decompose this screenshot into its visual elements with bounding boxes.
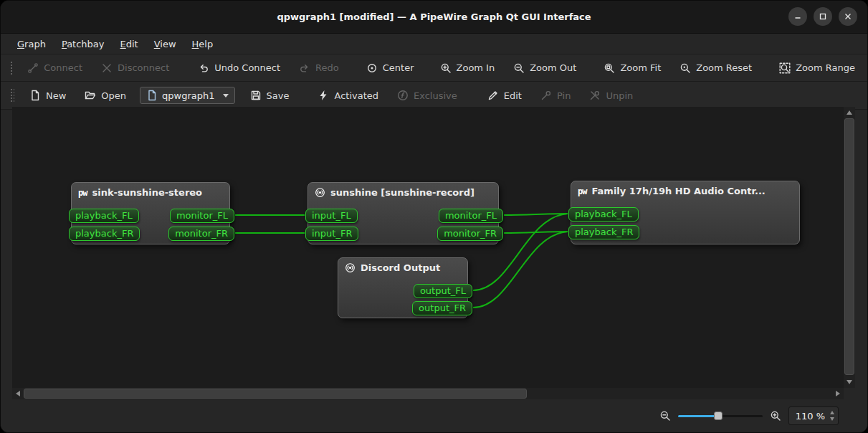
port-output-fr[interactable]: output_FR	[412, 301, 472, 315]
zoom-in-icon[interactable]	[770, 410, 781, 422]
toolbar-drag-handle[interactable]	[10, 88, 14, 103]
port-input-playback-fl[interactable]: playback_FL	[69, 209, 139, 223]
zoom-out-button[interactable]: Zoom Out	[507, 59, 583, 77]
spin-up-arrow[interactable]	[830, 411, 834, 414]
window-title: qpwgraph1 [modified] — A PipeWire Graph …	[277, 11, 591, 22]
record-icon	[315, 187, 325, 198]
zoom-out-label: Zoom Out	[530, 62, 576, 73]
vertical-scrollbar-thumb[interactable]	[844, 118, 854, 375]
zoom-slider[interactable]	[678, 409, 763, 422]
disconnect-label: Disconnect	[118, 62, 169, 73]
save-label: Save	[267, 90, 290, 101]
record-icon	[345, 262, 356, 273]
disconnect-icon	[101, 62, 113, 74]
center-icon	[366, 62, 378, 74]
toolbar-drag-handle[interactable]	[10, 61, 12, 75]
zoom-out-icon	[513, 62, 525, 74]
pipewire-icon: pw	[78, 188, 87, 198]
center-button[interactable]: Center	[360, 59, 421, 77]
node-title: Family 17h/19h HD Audio Contr...	[591, 186, 765, 196]
scroll-right-arrow[interactable]	[832, 388, 844, 399]
zoom-value: 110 %	[796, 411, 825, 422]
port-input-playback-fr[interactable]: playback_FR	[568, 225, 639, 239]
open-button[interactable]: Open	[78, 86, 133, 105]
open-folder-icon	[85, 90, 96, 101]
zoom-fit-icon	[604, 62, 615, 74]
horizontal-scrollbar[interactable]	[12, 388, 844, 399]
close-icon	[844, 13, 852, 20]
close-button[interactable]	[839, 7, 857, 26]
zoom-out-icon[interactable]	[659, 410, 671, 422]
vertical-scrollbar[interactable]	[844, 107, 855, 388]
zoom-range-icon	[779, 62, 791, 74]
port-input-fr[interactable]: input_FR	[305, 227, 358, 241]
zoom-range-button[interactable]: Zoom Range	[773, 59, 862, 77]
maximize-icon	[819, 13, 826, 20]
zoom-fit-button[interactable]: Zoom Fit	[597, 59, 667, 77]
zoom-reset-button[interactable]: Zoom Reset	[673, 59, 758, 77]
node-family-hd-audio[interactable]: pw Family 17h/19h HD Audio Contr... play…	[571, 181, 800, 244]
pin-button[interactable]: Pin	[534, 86, 577, 105]
exclusive-icon	[397, 90, 409, 101]
port-input-playback-fr[interactable]: playback_FR	[69, 227, 140, 241]
spin-down-arrow[interactable]	[830, 417, 834, 421]
zoom-reset-icon	[679, 62, 691, 74]
undo-connect-button[interactable]: Undo Connect	[191, 59, 287, 77]
port-input-playback-fl[interactable]: playback_FL	[568, 207, 639, 222]
title-bar[interactable]: qpwgraph1 [modified] — A PipeWire Graph …	[1, 1, 867, 34]
port-output-monitor-fr[interactable]: monitor_FR	[437, 227, 503, 241]
menu-help[interactable]: Help	[184, 36, 221, 52]
menu-patchbay[interactable]: Patchbay	[54, 36, 113, 52]
scroll-up-arrow[interactable]	[844, 107, 855, 118]
maximize-button[interactable]	[814, 7, 832, 26]
port-input-fl[interactable]: input_FL	[305, 209, 358, 223]
session-combobox[interactable]: qpwgraph1	[140, 87, 234, 104]
node-title: Discord Output	[361, 262, 440, 273]
connection-line[interactable]	[504, 214, 568, 215]
redo-icon	[299, 62, 310, 74]
new-file-icon	[29, 90, 41, 101]
exclusive-toggle[interactable]: Exclusive	[391, 86, 464, 105]
zoom-range-label: Zoom Range	[796, 62, 855, 73]
new-label: New	[46, 90, 66, 101]
spinbox-arrows	[830, 411, 834, 421]
node-sink-sunshine-stereo[interactable]: pw sink-sunshine-stereo playback_FL play…	[71, 182, 230, 244]
graph-canvas[interactable]: pw sink-sunshine-stereo playback_FL play…	[12, 107, 844, 388]
minimize-button[interactable]	[788, 7, 807, 26]
new-button[interactable]: New	[23, 86, 72, 105]
menu-graph[interactable]: Graph	[9, 36, 54, 52]
save-button[interactable]: Save	[244, 86, 296, 105]
redo-label: Redo	[315, 62, 339, 73]
redo-button[interactable]: Redo	[292, 59, 345, 77]
unpin-button[interactable]: Unpin	[583, 86, 639, 105]
node-header: sunshine [sunshine-record]	[308, 183, 498, 201]
horizontal-scrollbar-thumb[interactable]	[24, 389, 527, 399]
chevron-down-icon	[223, 94, 229, 97]
edit-button[interactable]: Edit	[481, 86, 528, 105]
menu-edit[interactable]: Edit	[113, 36, 146, 52]
zoom-slider-fill	[678, 415, 717, 417]
activated-bolt-icon	[318, 90, 329, 101]
app-window: qpwgraph1 [modified] — A PipeWire Graph …	[0, 0, 868, 433]
connect-button[interactable]: Connect	[21, 59, 89, 77]
scroll-left-arrow[interactable]	[12, 388, 24, 399]
patchbay-toolbar: New Open qpwgraph1 Save Activated Exclus…	[1, 82, 867, 110]
menu-bar: Graph Patchbay Edit View Help	[1, 34, 867, 54]
node-sunshine-record[interactable]: sunshine [sunshine-record] input_FL inpu…	[307, 182, 499, 244]
patchbay-file-icon	[146, 90, 158, 101]
disconnect-button[interactable]: Disconnect	[95, 59, 176, 77]
pin-label: Pin	[557, 90, 571, 101]
node-discord-output[interactable]: Discord Output output_FL output_FR	[338, 257, 468, 318]
port-output-monitor-fr[interactable]: monitor_FR	[168, 227, 234, 241]
zoom-slider-handle[interactable]	[714, 411, 722, 420]
zoom-spinbox[interactable]: 110 %	[788, 406, 839, 425]
edit-label: Edit	[504, 90, 522, 101]
port-output-fl[interactable]: output_FL	[414, 284, 472, 298]
activated-toggle[interactable]: Activated	[311, 86, 385, 105]
zoom-in-button[interactable]: Zoom In	[434, 59, 502, 77]
scroll-down-arrow[interactable]	[844, 376, 855, 388]
menu-view[interactable]: View	[146, 36, 184, 52]
port-output-monitor-fl[interactable]: monitor_FL	[439, 209, 503, 223]
port-output-monitor-fl[interactable]: monitor_FL	[170, 209, 234, 223]
zoom-reset-label: Zoom Reset	[696, 62, 752, 73]
